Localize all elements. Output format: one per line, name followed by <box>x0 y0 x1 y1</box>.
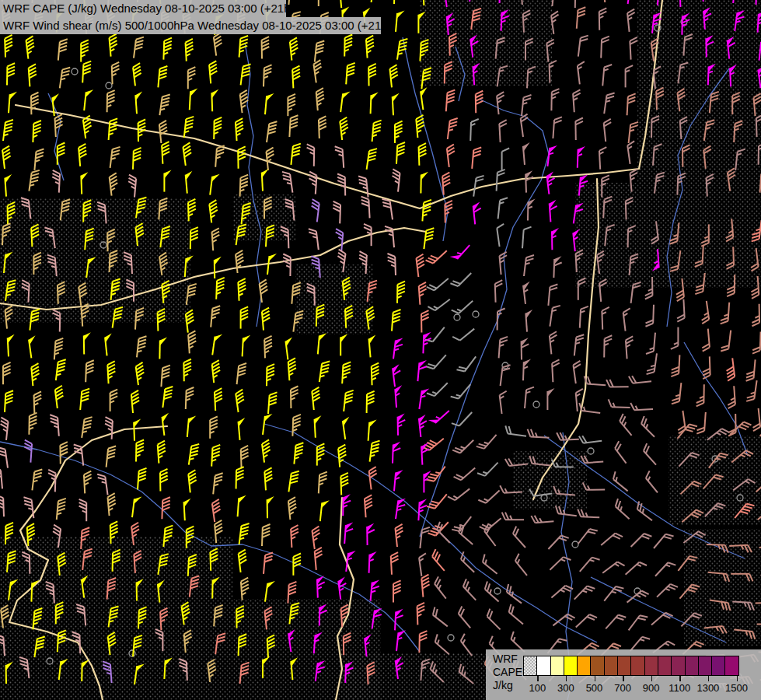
legend-tick-mark <box>623 676 624 681</box>
map-canvas <box>0 0 761 700</box>
legend-color-box <box>711 656 725 676</box>
legend-color-scale: 100300500700900110013001500 <box>523 656 753 696</box>
legend-label-wrf: WRF <box>493 653 522 666</box>
terrain-stipple <box>295 264 373 334</box>
legend-label-stack: WRF CAPE J/kg <box>493 653 522 692</box>
legend-color-box <box>724 656 738 676</box>
legend-tick-value: 1500 <box>720 682 754 694</box>
legend-tick-mark <box>595 676 596 681</box>
legend-color-box <box>590 656 604 676</box>
title-bar-cape: WRF CAPE (J/kg) Wednesday 08-10-2025 03:… <box>0 0 286 17</box>
cape-legend: WRF CAPE J/kg 10030050070090011001300150… <box>486 649 761 700</box>
legend-label-cape: CAPE <box>493 666 522 679</box>
legend-color-box <box>523 656 537 676</box>
weather-map-app: WRF CAPE (J/kg) Wednesday 08-10-2025 03:… <box>0 0 761 700</box>
legend-color-box <box>577 656 591 676</box>
legend-tick-mark <box>679 676 681 681</box>
legend-color-box <box>617 656 631 676</box>
legend-tick-mark <box>737 676 738 681</box>
legend-color-box <box>698 656 712 676</box>
legend-color-box <box>550 656 564 676</box>
legend-color-box <box>564 656 578 676</box>
title-wind-shear-text: WRF Wind shear (m/s) 500/1000hPa Wednesd… <box>3 19 392 32</box>
legend-color-box <box>536 656 550 676</box>
title-bar-wind-shear: WRF Wind shear (m/s) 500/1000hPa Wednesd… <box>0 17 381 34</box>
terrain-stipple <box>0 198 190 323</box>
legend-color-box <box>604 656 618 676</box>
legend-color-box <box>630 656 644 676</box>
legend-tick-mark <box>566 676 567 681</box>
legend-tick-mark <box>651 676 653 681</box>
legend-color-box <box>658 656 672 676</box>
legend-tick-mark <box>708 676 710 681</box>
legend-tick-mark <box>537 676 539 681</box>
legend-color-box <box>671 656 685 676</box>
legend-label-unit: J/kg <box>493 679 522 692</box>
legend-color-box <box>685 656 699 676</box>
legend-color-box <box>644 656 658 676</box>
title-cape-text: WRF CAPE (J/kg) Wednesday 08-10-2025 03:… <box>3 2 295 15</box>
terrain-stipple <box>342 653 490 700</box>
legend-color-boxes <box>523 656 753 674</box>
terrain-stipple <box>513 451 587 509</box>
